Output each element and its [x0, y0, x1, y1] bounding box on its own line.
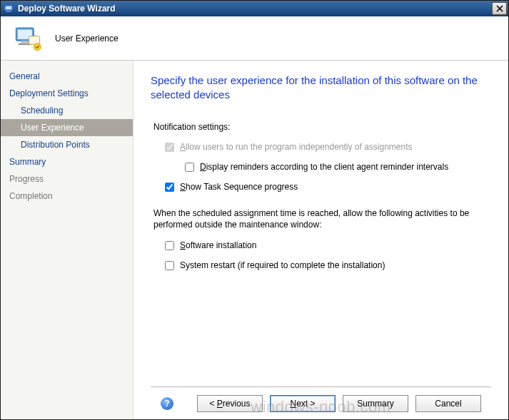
sidebar: General Deployment Settings Scheduling U… [1, 61, 133, 419]
nav-completion[interactable]: Completion [1, 188, 133, 205]
software-install-checkbox[interactable] [165, 241, 174, 250]
show-ts-progress-checkbox[interactable] [165, 183, 174, 192]
next-button[interactable]: Next > [270, 395, 336, 412]
svg-rect-10 [30, 37, 39, 43]
window-title: Deploy Software Wizard [18, 4, 492, 14]
titlebar: Deploy Software Wizard [1, 1, 508, 16]
svg-rect-2 [6, 11, 11, 12]
summary-button[interactable]: Summary [343, 395, 408, 412]
content-pane: Specify the user experience for the inst… [133, 61, 508, 419]
monitor-icon [14, 24, 42, 53]
nav-summary[interactable]: Summary [1, 153, 133, 170]
software-install-row[interactable]: Software installation [151, 240, 491, 250]
app-icon [4, 3, 15, 14]
nav-user-experience[interactable]: User Experience [1, 119, 133, 136]
allow-users-label: Allow users to run the program independe… [180, 142, 413, 152]
wizard-footer: ? < Previous Next > Summary Cancel [151, 386, 491, 419]
display-reminders-checkbox[interactable] [185, 163, 194, 172]
show-ts-progress-row[interactable]: Show Task Sequence progress [151, 182, 491, 192]
display-reminders-label: Display reminders according to the clien… [200, 162, 448, 172]
notification-settings-label: Notification settings: [153, 122, 491, 132]
page-heading: Specify the user experience for the inst… [151, 73, 491, 102]
previous-button[interactable]: < Previous [197, 395, 263, 412]
system-restart-row[interactable]: System restart (if required to complete … [151, 260, 491, 270]
step-title: User Experience [55, 34, 119, 43]
nav-progress[interactable]: Progress [1, 170, 133, 188]
software-install-label: Software installation [180, 240, 256, 250]
svg-rect-7 [21, 41, 29, 43]
system-restart-checkbox[interactable] [165, 261, 174, 270]
display-reminders-row[interactable]: Display reminders according to the clien… [151, 162, 491, 172]
svg-rect-1 [6, 6, 11, 9]
allow-users-row: Allow users to run the program independe… [151, 142, 491, 152]
wizard-window: Deploy Software Wizard User Experience [0, 0, 509, 420]
system-restart-label: System restart (if required to complete … [180, 260, 385, 270]
nav-general[interactable]: General [1, 68, 133, 85]
wizard-header: User Experience [1, 16, 508, 61]
help-icon[interactable]: ? [161, 397, 173, 410]
nav-scheduling[interactable]: Scheduling [1, 102, 133, 119]
allow-users-checkbox [165, 143, 174, 152]
close-button[interactable] [492, 2, 507, 15]
cancel-button[interactable]: Cancel [415, 395, 481, 412]
nav-deployment-settings[interactable]: Deployment Settings [1, 85, 133, 102]
maintenance-paragraph: When the scheduled assignment time is re… [153, 208, 489, 230]
nav-distribution-points[interactable]: Distribution Points [1, 136, 133, 153]
show-ts-progress-label: Show Task Sequence progress [180, 182, 298, 192]
wizard-body: General Deployment Settings Scheduling U… [1, 61, 508, 419]
